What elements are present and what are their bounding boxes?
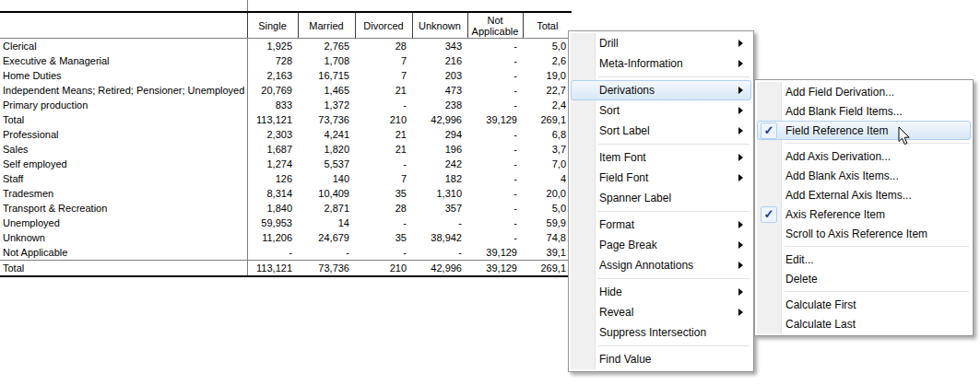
table-cell[interactable]: 357 (412, 201, 467, 216)
table-cell[interactable]: 269,1 (523, 112, 572, 127)
table-cell[interactable]: - (412, 216, 467, 230)
table-cell[interactable]: - (355, 98, 412, 112)
column-header[interactable]: Total (523, 12, 572, 39)
table-cell[interactable]: - (467, 186, 523, 201)
row-label[interactable]: Unemployed (0, 216, 247, 230)
table-cell[interactable]: 7,0 (523, 157, 572, 171)
table-cell[interactable]: 8,314 (247, 186, 298, 201)
menu-item-find-value[interactable]: Find Value (571, 349, 751, 369)
table-cell[interactable]: 20,769 (247, 83, 298, 98)
table-cell[interactable]: 242 (412, 157, 467, 171)
menu-item-spanner-label[interactable]: Spanner Label (571, 188, 751, 208)
menu-item-calculate-first[interactable]: Calculate First (757, 295, 971, 314)
table-cell[interactable]: 182 (412, 171, 467, 186)
menu-item-calculate-last[interactable]: Calculate Last (757, 314, 971, 333)
row-label[interactable]: Sales (0, 142, 247, 157)
table-cell[interactable]: - (298, 245, 355, 261)
table-cell[interactable]: - (412, 245, 467, 261)
menu-item-drill[interactable]: Drill (571, 33, 751, 53)
table-cell[interactable]: 3,7 (523, 142, 572, 157)
table-cell[interactable]: 269,1 (523, 261, 572, 277)
table-cell[interactable]: 74,8 (523, 230, 572, 245)
table-cell[interactable]: 2,4 (523, 98, 572, 112)
table-cell[interactable]: 28 (355, 39, 412, 54)
table-cell[interactable]: 35 (355, 230, 412, 245)
table-cell[interactable]: 19,0 (523, 68, 572, 83)
table-cell[interactable]: - (467, 39, 523, 54)
table-cell[interactable]: 1,687 (247, 142, 298, 157)
table-cell[interactable]: 20,0 (523, 186, 572, 201)
column-header[interactable]: Unknown (412, 12, 467, 39)
table-cell[interactable]: 39,129 (467, 112, 523, 127)
table-cell[interactable]: 21 (355, 83, 412, 98)
table-cell[interactable]: - (355, 216, 412, 230)
row-label[interactable]: Self employed (0, 157, 247, 171)
table-cell[interactable]: 38,942 (412, 230, 467, 245)
menu-item-scroll-to-axis-reference-item[interactable]: Scroll to Axis Reference Item (757, 224, 971, 243)
table-cell[interactable]: 1,274 (247, 157, 298, 171)
column-header[interactable]: Divorced (355, 12, 412, 39)
table-cell[interactable]: 10,409 (298, 186, 355, 201)
table-cell[interactable]: 5,537 (298, 157, 355, 171)
table-cell[interactable]: 294 (412, 127, 467, 142)
menu-item-hide[interactable]: Hide (571, 282, 751, 302)
table-cell[interactable]: 39,129 (467, 245, 523, 261)
row-label[interactable]: Total (0, 112, 247, 127)
menu-item-sort-label[interactable]: Sort Label (571, 121, 751, 141)
row-label[interactable]: Transport & Recreation (0, 201, 247, 216)
table-cell[interactable]: - (467, 216, 523, 230)
row-label[interactable]: Home Duties (0, 68, 247, 83)
table-cell[interactable]: 2,765 (298, 39, 355, 54)
menu-item-derivations[interactable]: Derivations (571, 80, 751, 100)
menu-item-sort[interactable]: Sort (571, 100, 751, 121)
menu-item-assign-annotations[interactable]: Assign Annotations (571, 255, 751, 275)
table-cell[interactable]: 2,303 (247, 127, 298, 142)
table-cell[interactable]: 7 (355, 53, 412, 68)
table-cell[interactable]: 39,129 (467, 261, 523, 277)
table-cell[interactable]: 1,820 (298, 142, 355, 157)
table-cell[interactable]: 203 (412, 68, 467, 83)
table-cell[interactable]: 113,121 (247, 261, 298, 277)
row-label[interactable]: Clerical (0, 39, 247, 54)
table-cell[interactable]: - (467, 53, 523, 68)
table-cell[interactable]: 73,736 (298, 112, 355, 127)
menu-item-page-break[interactable]: Page Break (571, 235, 751, 255)
table-cell[interactable]: 140 (298, 171, 355, 186)
table-cell[interactable]: 2,6 (523, 53, 572, 68)
table-cell[interactable]: 21 (355, 142, 412, 157)
row-label[interactable]: Independent Means; Retired; Pensioner; U… (0, 83, 247, 98)
table-cell[interactable]: 42,996 (412, 261, 467, 277)
row-label[interactable]: Executive & Managerial (0, 53, 247, 68)
table-cell[interactable]: 1,925 (247, 39, 298, 54)
table-cell[interactable]: 343 (412, 39, 467, 54)
table-cell[interactable]: 5,0 (523, 201, 572, 216)
table-cell[interactable]: - (467, 230, 523, 245)
table-cell[interactable]: 1,708 (298, 53, 355, 68)
table-cell[interactable]: 4,241 (298, 127, 355, 142)
table-cell[interactable]: 59,9 (523, 216, 572, 230)
table-cell[interactable]: 7 (355, 171, 412, 186)
menu-item-add-axis-derivation[interactable]: Add Axis Derivation... (757, 146, 971, 166)
table-cell[interactable]: 28 (355, 201, 412, 216)
table-cell[interactable]: 1,465 (298, 83, 355, 98)
table-cell[interactable]: - (467, 157, 523, 171)
table-cell[interactable]: 210 (355, 261, 412, 277)
table-cell[interactable]: 210 (355, 112, 412, 127)
table-cell[interactable]: 21 (355, 127, 412, 142)
table-cell[interactable]: - (467, 98, 523, 112)
table-cell[interactable]: 16,715 (298, 68, 355, 83)
menu-item-field-font[interactable]: Field Font (571, 168, 751, 188)
table-cell[interactable]: 42,996 (412, 112, 467, 127)
menu-item-meta-information[interactable]: Meta-Information (571, 53, 751, 74)
menu-item-add-field-derivation[interactable]: Add Field Derivation... (757, 82, 971, 101)
menu-item-edit[interactable]: Edit... (757, 250, 971, 269)
row-label[interactable]: Total (0, 261, 247, 277)
menu-item-delete[interactable]: Delete (757, 269, 971, 288)
table-cell[interactable]: 39,1 (523, 245, 572, 261)
menu-item-format[interactable]: Format (571, 215, 751, 235)
table-cell[interactable]: 14 (298, 216, 355, 230)
table-cell[interactable]: - (467, 127, 523, 142)
table-cell[interactable]: 113,121 (247, 112, 298, 127)
row-label[interactable]: Not Applicable (0, 245, 247, 261)
row-label[interactable]: Professional (0, 127, 247, 142)
